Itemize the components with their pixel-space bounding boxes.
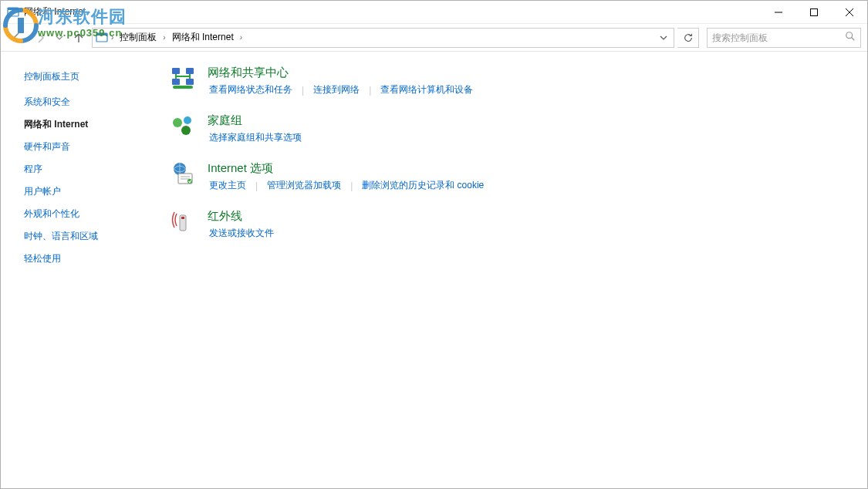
sidebar-item-label: 轻松使用 [24, 253, 61, 264]
category-row: 网络和共享中心查看网络状态和任务|连接到网络|查看网络计算机和设备 [171, 66, 852, 96]
svg-point-8 [846, 32, 853, 39]
category-title[interactable]: Internet 选项 [208, 161, 485, 176]
addressbar-icon [96, 32, 108, 44]
category-row: Internet 选项更改主页|管理浏览器加载项|删除浏览的历史记录和 cook… [171, 161, 852, 192]
sidebar-home-label: 控制面板主页 [24, 71, 79, 82]
chevron-right-icon: › [111, 33, 113, 42]
svg-point-19 [184, 116, 191, 124]
window-icon [7, 6, 19, 19]
chevron-right-icon: › [163, 33, 165, 42]
sidebar-item[interactable]: 轻松使用 [1, 248, 155, 270]
svg-point-20 [181, 126, 191, 135]
search-input[interactable] [712, 32, 845, 43]
svg-rect-12 [172, 79, 180, 85]
forward-button[interactable] [30, 28, 50, 48]
sidebar-item-label: 外观和个性化 [24, 208, 79, 219]
link-separator: | [369, 85, 371, 96]
search-box[interactable] [707, 28, 861, 48]
back-button[interactable] [7, 28, 27, 48]
sidebar: 控制面板主页 系统和安全网络和 Internet硬件和声音程序用户帐户外观和个性… [1, 52, 155, 488]
window-controls [761, 1, 867, 24]
sidebar-item-label: 系统和安全 [24, 96, 70, 107]
recent-dropdown[interactable] [53, 28, 66, 48]
category-title[interactable]: 网络和共享中心 [208, 66, 475, 80]
search-icon [845, 31, 856, 44]
window-title: 网络和 Internet [24, 5, 86, 19]
titlebar-left: 网络和 Internet [7, 5, 86, 19]
category-row: 红外线发送或接收文件 [171, 209, 852, 240]
category-link[interactable]: 连接到网络 [312, 83, 361, 96]
svg-rect-13 [186, 79, 194, 85]
category-link[interactable]: 查看网络状态和任务 [208, 83, 294, 96]
category-title[interactable]: 家庭组 [208, 113, 303, 128]
link-separator: | [302, 85, 304, 96]
category-link[interactable]: 更改主页 [208, 179, 248, 192]
category-body: 家庭组选择家庭组和共享选项 [208, 113, 303, 144]
svg-point-18 [173, 118, 182, 127]
sidebar-item-label: 程序 [24, 164, 42, 174]
sidebar-item-label: 用户帐户 [24, 186, 61, 197]
sidebar-item[interactable]: 时钟、语言和区域 [1, 225, 155, 248]
category-link[interactable]: 管理浏览器加载项 [265, 179, 343, 192]
minimize-button[interactable] [761, 1, 796, 24]
content-area: 网络和共享中心查看网络状态和任务|连接到网络|查看网络计算机和设备家庭组选择家庭… [155, 52, 867, 488]
category-link[interactable]: 选择家庭组和共享选项 [208, 131, 303, 144]
link-separator: | [255, 180, 258, 191]
sidebar-item[interactable]: 硬件和声音 [1, 136, 155, 158]
category-links: 查看网络状态和任务|连接到网络|查看网络计算机和设备 [208, 83, 475, 96]
link-separator: | [350, 180, 353, 191]
titlebar: 网络和 Internet [1, 1, 867, 24]
category-body: 红外线发送或接收文件 [208, 209, 275, 240]
category-body: Internet 选项更改主页|管理浏览器加载项|删除浏览的历史记录和 cook… [208, 161, 485, 192]
up-button[interactable] [69, 28, 89, 48]
svg-rect-1 [8, 8, 19, 10]
svg-rect-7 [96, 33, 107, 35]
maximize-button[interactable] [796, 1, 832, 24]
sidebar-item-label: 时钟、语言和区域 [24, 231, 98, 241]
category-title[interactable]: 红外线 [208, 209, 275, 224]
category-row: 家庭组选择家庭组和共享选项 [171, 113, 852, 144]
body: 控制面板主页 系统和安全网络和 Internet硬件和声音程序用户帐户外观和个性… [1, 52, 867, 488]
svg-rect-3 [811, 8, 818, 15]
svg-rect-27 [181, 217, 184, 219]
category-links: 发送或接收文件 [208, 227, 275, 240]
sidebar-item[interactable]: 网络和 Internet [1, 113, 155, 136]
address-bar[interactable]: › 控制面板 › 网络和 Internet › [92, 28, 674, 48]
category-link[interactable]: 删除浏览的历史记录和 cookie [360, 179, 485, 192]
chevron-right-icon: › [240, 33, 242, 42]
category-icon [171, 209, 195, 234]
sidebar-item[interactable]: 系统和安全 [1, 91, 155, 113]
sidebar-item-label: 网络和 Internet [24, 119, 88, 130]
category-icon [171, 66, 195, 90]
sidebar-item-label: 硬件和声音 [24, 141, 70, 152]
svg-rect-17 [173, 86, 193, 89]
svg-line-9 [852, 38, 855, 41]
category-icon [171, 113, 195, 138]
breadcrumb-current[interactable]: 网络和 Internet [169, 29, 237, 46]
refresh-button[interactable] [677, 28, 699, 48]
breadcrumb-current-label: 网络和 Internet [172, 31, 234, 44]
svg-rect-11 [186, 68, 194, 74]
category-links: 选择家庭组和共享选项 [208, 131, 303, 144]
sidebar-item[interactable]: 用户帐户 [1, 180, 155, 203]
category-links: 更改主页|管理浏览器加载项|删除浏览的历史记录和 cookie [208, 179, 485, 192]
category-link[interactable]: 查看网络计算机和设备 [379, 83, 475, 96]
address-dropdown[interactable] [657, 29, 670, 46]
close-button[interactable] [832, 1, 867, 24]
svg-rect-10 [172, 68, 180, 74]
breadcrumb-root-label: 控制面板 [120, 31, 157, 44]
sidebar-home[interactable]: 控制面板主页 [1, 66, 155, 91]
category-link[interactable]: 发送或接收文件 [208, 227, 275, 240]
nav-row: › 控制面板 › 网络和 Internet › [1, 24, 867, 52]
sidebar-item[interactable]: 程序 [1, 158, 155, 180]
category-icon [171, 161, 195, 186]
sidebar-item[interactable]: 外观和个性化 [1, 203, 155, 225]
category-body: 网络和共享中心查看网络状态和任务|连接到网络|查看网络计算机和设备 [208, 66, 475, 96]
breadcrumb-root[interactable]: 控制面板 [117, 29, 160, 46]
